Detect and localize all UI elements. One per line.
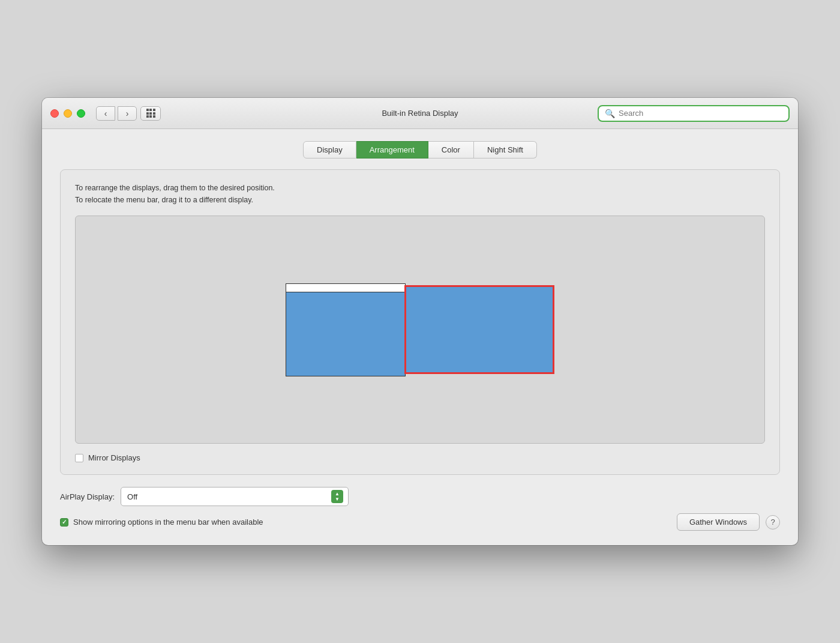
airplay-row: AirPlay Display: Off ▲ ▼: [60, 487, 780, 506]
bottom-buttons: Gather Windows ?: [677, 513, 780, 531]
display-external[interactable]: [404, 285, 554, 374]
minimize-button[interactable]: [64, 109, 72, 118]
mirror-displays-checkbox[interactable]: [75, 454, 83, 462]
tab-arrangement[interactable]: Arrangement: [356, 141, 428, 158]
bottom-section: AirPlay Display: Off ▲ ▼ ✓ Show mirrorin…: [60, 487, 780, 531]
help-button[interactable]: ?: [766, 515, 780, 530]
window: ‹ › Built-in Retina Display 🔍 Display Ar…: [42, 98, 798, 545]
tabs: Display Arrangement Color Night Shift: [60, 141, 780, 158]
show-mirroring-label: Show mirroring options in the menu bar w…: [73, 518, 263, 527]
show-mirroring-checkbox[interactable]: ✓: [60, 518, 68, 527]
arrangement-panel: To rearrange the displays, drag them to …: [60, 169, 780, 475]
dropdown-arrows-icon: ▲ ▼: [331, 490, 343, 503]
airplay-label: AirPlay Display:: [60, 492, 115, 501]
main-content: Display Arrangement Color Night Shift To…: [42, 129, 798, 545]
instructions: To rearrange the displays, drag them to …: [75, 182, 765, 206]
displays-container: [286, 283, 554, 376]
show-mirroring-row: ✓ Show mirroring options in the menu bar…: [60, 513, 780, 531]
mirror-displays-label: Mirror Displays: [88, 453, 140, 462]
instruction-line-1: To rearrange the displays, drag them to …: [75, 182, 765, 194]
tab-color[interactable]: Color: [428, 141, 474, 158]
tab-display[interactable]: Display: [303, 141, 356, 158]
display-builtin[interactable]: [286, 283, 406, 376]
grid-button[interactable]: [140, 106, 161, 121]
mirror-displays-row: Mirror Displays: [75, 453, 765, 462]
close-button[interactable]: [50, 109, 59, 118]
traffic-lights: [50, 109, 85, 118]
grid-icon: [146, 109, 155, 118]
display-area[interactable]: [75, 216, 765, 444]
arrow-up-icon: ▲: [335, 492, 340, 497]
menubar-indicator: [286, 284, 405, 292]
window-title: Built-in Retina Display: [382, 109, 458, 118]
titlebar: ‹ › Built-in Retina Display 🔍: [42, 98, 798, 129]
airplay-value: Off: [127, 492, 137, 501]
maximize-button[interactable]: [77, 109, 85, 118]
instruction-line-2: To relocate the menu bar, drag it to a d…: [75, 194, 765, 206]
back-button[interactable]: ‹: [96, 106, 115, 121]
checkmark-icon: ✓: [62, 519, 67, 525]
search-box[interactable]: 🔍: [598, 105, 790, 122]
arrow-down-icon: ▼: [335, 497, 340, 502]
search-icon: 🔍: [605, 109, 615, 118]
show-mirroring-left: ✓ Show mirroring options in the menu bar…: [60, 518, 263, 527]
search-input[interactable]: [619, 109, 782, 118]
airplay-dropdown[interactable]: Off ▲ ▼: [121, 487, 349, 506]
gather-windows-button[interactable]: Gather Windows: [677, 513, 760, 531]
tab-night-shift[interactable]: Night Shift: [474, 141, 537, 158]
nav-buttons: ‹ ›: [96, 106, 137, 121]
forward-button[interactable]: ›: [118, 106, 137, 121]
